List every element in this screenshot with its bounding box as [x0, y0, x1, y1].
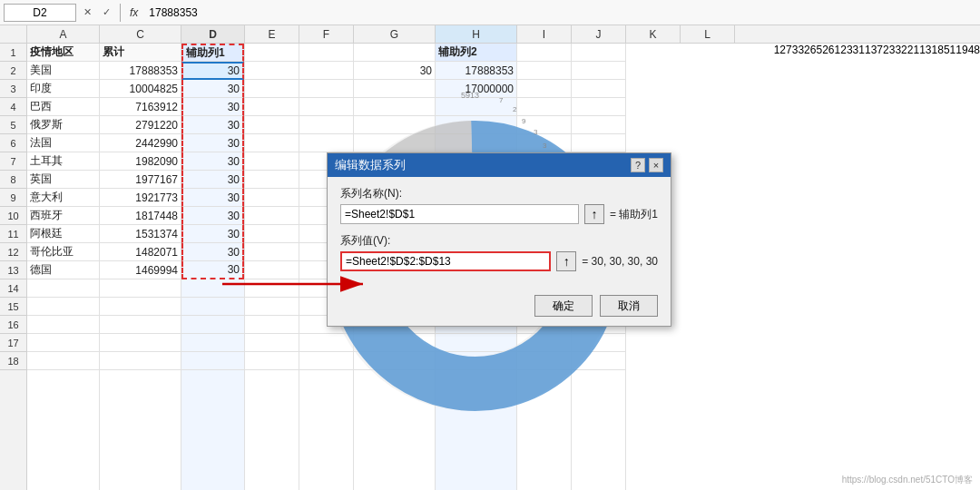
col-header-D[interactable]: D	[181, 25, 245, 43]
cell-F5[interactable]	[299, 116, 353, 134]
cell-E6[interactable]	[245, 134, 299, 152]
cell-D5[interactable]: 30	[181, 116, 244, 134]
series-value-expand-btn[interactable]: ↑	[556, 251, 576, 271]
cell-I1[interactable]	[517, 44, 571, 62]
cell-H18[interactable]	[436, 352, 516, 370]
cell-E12[interactable]	[245, 243, 299, 261]
cell-E9[interactable]	[245, 189, 299, 207]
ok-button[interactable]: 确定	[534, 295, 593, 317]
cell-J5[interactable]	[572, 116, 625, 134]
cell-A2[interactable]: 美国	[27, 62, 99, 80]
cell-I2[interactable]	[517, 62, 571, 80]
col-header-G[interactable]: G	[354, 25, 436, 43]
cell-J6[interactable]	[572, 134, 625, 152]
cell-I17[interactable]	[517, 334, 571, 352]
cell-I6[interactable]	[517, 134, 571, 152]
cell-I3[interactable]	[517, 80, 571, 98]
cell-J3[interactable]	[572, 80, 625, 98]
cell-E3[interactable]	[245, 80, 299, 98]
cell-D12[interactable]: 30	[181, 243, 244, 261]
cell-C9[interactable]: 1921773	[100, 189, 181, 207]
cell-D3[interactable]: 30	[181, 80, 244, 98]
cell-C1[interactable]: 累计	[100, 44, 181, 62]
cell-C3[interactable]: 10004825	[100, 80, 181, 98]
cell-A3[interactable]: 印度	[27, 80, 99, 98]
cell-H3[interactable]: 17000000	[436, 80, 516, 98]
col-header-L[interactable]: L	[681, 25, 735, 43]
cell-A16[interactable]	[27, 316, 99, 334]
dialog-help-button[interactable]: ?	[631, 158, 645, 172]
cancel-button[interactable]: 取消	[600, 295, 658, 317]
cell-E4[interactable]	[245, 98, 299, 116]
cell-D15[interactable]	[181, 298, 244, 316]
cell-D8[interactable]: 30	[181, 171, 244, 189]
cell-J2[interactable]	[572, 62, 625, 80]
col-header-E[interactable]: E	[245, 25, 299, 43]
cell-E10[interactable]	[245, 207, 299, 225]
cell-C12[interactable]: 1482071	[100, 243, 181, 261]
cell-A18[interactable]	[27, 352, 99, 370]
cell-E14[interactable]	[245, 279, 299, 298]
cell-G5[interactable]	[354, 116, 435, 134]
cell-A8[interactable]: 英国	[27, 171, 99, 189]
cell-C2[interactable]: 17888353	[100, 62, 181, 80]
cell-A6[interactable]: 法国	[27, 134, 99, 152]
series-value-input[interactable]	[340, 251, 551, 271]
cell-A1[interactable]: 疫情地区	[27, 44, 99, 62]
cell-H17[interactable]	[436, 334, 516, 352]
cell-C10[interactable]: 1817448	[100, 207, 181, 225]
cell-A5[interactable]: 俄罗斯	[27, 116, 99, 134]
cell-ref-box[interactable]	[4, 4, 76, 22]
cell-D7[interactable]: 30	[181, 152, 244, 171]
cell-A13[interactable]: 德国	[27, 261, 99, 279]
cell-D18[interactable]	[181, 352, 244, 370]
cell-D13[interactable]: 30	[181, 261, 244, 279]
cell-F4[interactable]	[299, 98, 353, 116]
cell-A12[interactable]: 哥伦比亚	[27, 243, 99, 261]
cell-G3[interactable]	[354, 80, 435, 98]
confirm-icon[interactable]: ✓	[99, 6, 114, 18]
cell-E16[interactable]	[245, 316, 299, 334]
cell-G1[interactable]	[354, 44, 435, 62]
cell-G4[interactable]	[354, 98, 435, 116]
cell-G2[interactable]: 30	[354, 62, 435, 80]
cell-H6[interactable]	[436, 134, 516, 152]
cell-I5[interactable]	[517, 116, 571, 134]
cancel-icon[interactable]: ✕	[80, 6, 95, 18]
cell-A14[interactable]	[27, 279, 99, 298]
cell-D10[interactable]: 30	[181, 207, 244, 225]
series-name-input[interactable]	[340, 204, 579, 224]
cell-H4[interactable]	[436, 98, 516, 116]
cell-I4[interactable]	[517, 98, 571, 116]
cell-F6[interactable]	[299, 134, 353, 152]
cell-D16[interactable]	[181, 316, 244, 334]
cell-C14[interactable]	[100, 279, 181, 298]
col-header-K[interactable]: K	[626, 25, 681, 43]
col-header-C[interactable]: C	[100, 25, 181, 43]
cell-F2[interactable]	[299, 62, 353, 80]
cell-A17[interactable]	[27, 334, 99, 352]
cell-A7[interactable]: 土耳其	[27, 152, 99, 171]
cell-C4[interactable]: 7163912	[100, 98, 181, 116]
col-header-H[interactable]: H	[436, 25, 517, 43]
cell-C6[interactable]: 2442990	[100, 134, 181, 152]
cell-C18[interactable]	[100, 352, 181, 370]
cell-F3[interactable]	[299, 80, 353, 98]
cell-G18[interactable]	[354, 352, 435, 370]
cell-C15[interactable]	[100, 298, 181, 316]
cell-D2[interactable]: 30	[181, 62, 244, 80]
cell-F1[interactable]	[299, 44, 353, 62]
cell-G17[interactable]	[354, 334, 435, 352]
cell-A15[interactable]	[27, 298, 99, 316]
cell-E18[interactable]	[245, 352, 299, 370]
cell-C5[interactable]: 2791220	[100, 116, 181, 134]
cell-C8[interactable]: 1977167	[100, 171, 181, 189]
cell-D11[interactable]: 30	[181, 225, 244, 243]
series-name-expand-btn[interactable]: ↑	[584, 204, 604, 224]
cell-E7[interactable]	[245, 152, 299, 171]
cell-I18[interactable]	[517, 352, 571, 370]
dialog-close-button[interactable]: ×	[649, 158, 663, 172]
cell-E17[interactable]	[245, 334, 299, 352]
cell-E5[interactable]	[245, 116, 299, 134]
cell-D4[interactable]: 30	[181, 98, 244, 116]
